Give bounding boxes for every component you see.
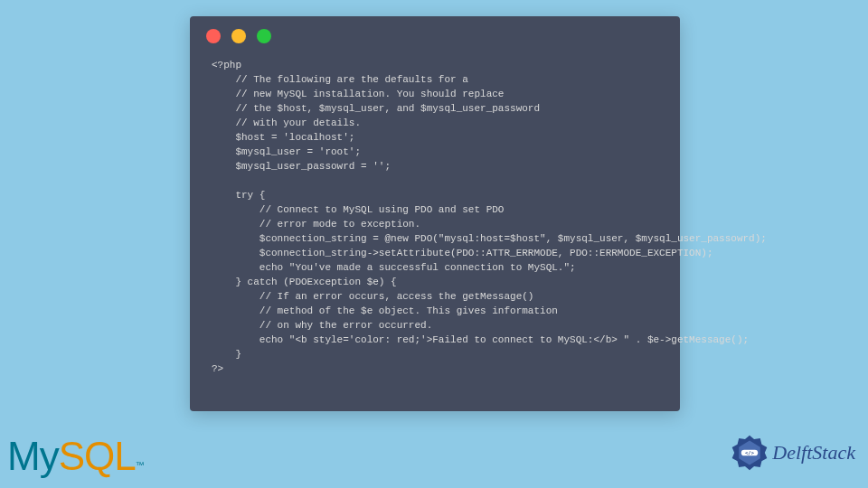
delftstack-text: DelftStack [772,441,855,465]
code-content: <?php // The following are the defaults … [190,56,680,390]
mysql-logo-sql: SQL [59,434,136,478]
delftstack-logo: </> DelftStack [731,434,855,472]
delftstack-icon: </> [731,434,769,472]
close-button[interactable] [206,29,221,43]
traffic-lights [190,16,680,56]
mysql-logo: MySQL™ [7,434,144,479]
code-window: <?php // The following are the defaults … [190,16,680,411]
maximize-button[interactable] [257,29,271,43]
svg-text:</>: </> [745,450,755,455]
minimize-button[interactable] [231,29,246,43]
mysql-logo-tm: ™ [136,460,144,470]
mysql-logo-my: My [7,434,59,478]
